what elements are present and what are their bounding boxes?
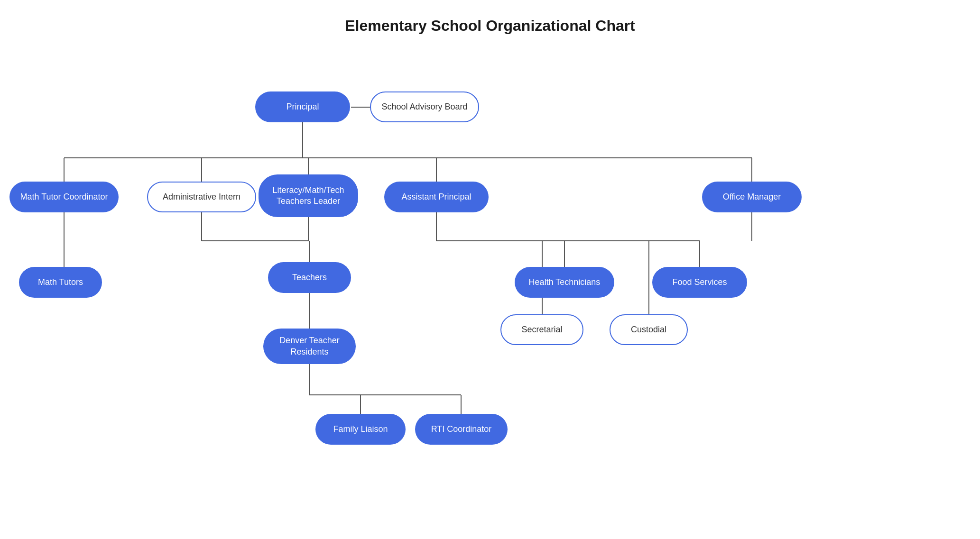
node-secretarial: Secretarial xyxy=(500,314,583,345)
node-health-tech: Health Technicians xyxy=(515,267,614,298)
node-math-tutors: Math Tutors xyxy=(19,267,102,298)
node-admin-intern: Administrative Intern xyxy=(147,182,256,212)
node-literacy-leader: Literacy/Math/Tech Teachers Leader xyxy=(259,174,358,217)
chart-area: Principal School Advisory Board Math Tut… xyxy=(0,35,980,539)
node-denver-teacher: Denver Teacher Residents xyxy=(263,329,356,364)
chart-title: Elementary School Organizational Chart xyxy=(0,0,980,35)
node-teachers: Teachers xyxy=(268,262,351,293)
node-math-coord: Math Tutor Coordinator xyxy=(9,182,119,212)
node-family-liaison: Family Liaison xyxy=(315,414,406,445)
node-office-manager: Office Manager xyxy=(702,182,802,212)
node-principal: Principal xyxy=(255,91,350,122)
node-food-services: Food Services xyxy=(652,267,747,298)
node-advisory: School Advisory Board xyxy=(370,91,479,122)
node-assistant-principal: Assistant Principal xyxy=(384,182,489,212)
connectors-svg xyxy=(0,35,980,539)
node-rti-coord: RTI Coordinator xyxy=(415,414,508,445)
node-custodial: Custodial xyxy=(610,314,688,345)
